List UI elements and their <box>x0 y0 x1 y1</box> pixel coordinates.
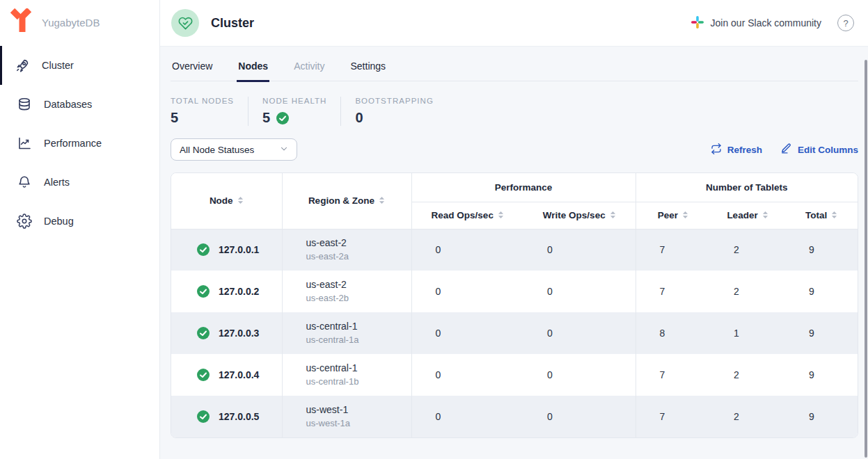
column-header-write-ops[interactable]: Write Ops/sec <box>523 202 636 229</box>
read-ops-value: 0 <box>411 354 523 396</box>
column-header-node[interactable]: Node <box>171 173 282 229</box>
total-tablets-value: 9 <box>785 271 858 312</box>
column-header-peer[interactable]: Peer <box>636 202 710 229</box>
node-region: us-east-2 <box>306 237 411 250</box>
table-row[interactable]: 127.0.0.2 us-east-2us-east-2b 0 0 7 2 9 <box>171 271 858 312</box>
table-controls: All Node Statuses Refresh <box>171 138 858 161</box>
table-row[interactable]: 127.0.0.4 us-central-1us-central-1b 0 0 … <box>171 354 858 396</box>
stat-label: TOTAL NODES <box>171 97 234 105</box>
question-mark-icon: ? <box>843 18 848 29</box>
cluster-health-avatar <box>171 9 199 37</box>
sort-icon <box>237 196 244 207</box>
peer-tablets-value: 7 <box>636 271 710 312</box>
node-zone: us-east-2b <box>306 293 411 304</box>
sidebar-nav: Cluster Databases Performance <box>0 46 159 241</box>
sort-icon <box>379 196 385 207</box>
tab-overview[interactable]: Overview <box>171 60 214 81</box>
write-ops-value: 0 <box>523 354 636 396</box>
node-zone: us-east-2a <box>306 251 411 262</box>
column-header-total[interactable]: Total <box>785 202 858 229</box>
sidebar-item-alerts[interactable]: Alerts <box>0 163 159 202</box>
topbar: Cluster Join our Slack community ? <box>160 0 868 47</box>
node-healthy-icon <box>197 243 210 256</box>
node-zone: us-west-1a <box>306 418 411 429</box>
database-icon <box>17 97 32 112</box>
stat-node-health: NODE HEALTH 5 <box>262 97 341 126</box>
read-ops-value: 0 <box>411 312 523 354</box>
sidebar-item-label: Databases <box>44 99 92 110</box>
table-row[interactable]: 127.0.0.1 us-east-2us-east-2a 0 0 7 2 9 <box>171 229 858 271</box>
sort-icon <box>682 211 688 221</box>
help-button[interactable]: ? <box>837 15 854 31</box>
write-ops-value: 0 <box>523 396 636 437</box>
tab-settings[interactable]: Settings <box>349 60 388 81</box>
total-tablets-value: 9 <box>785 354 858 396</box>
node-healthy-icon <box>197 369 210 381</box>
node-region: us-west-1 <box>306 404 411 417</box>
refresh-label: Refresh <box>727 145 762 155</box>
sidebar-item-debug[interactable]: Debug <box>0 202 159 241</box>
node-healthy-icon <box>197 327 210 339</box>
stat-label: NODE HEALTH <box>262 97 326 105</box>
node-region: us-central-1 <box>306 362 411 375</box>
stat-total-nodes: TOTAL NODES 5 <box>171 97 248 126</box>
tab-bar: Overview Nodes Activity Settings <box>171 60 858 81</box>
stat-label: BOOTSTRAPPING <box>355 97 434 105</box>
stat-value: 5 <box>262 110 270 126</box>
sidebar-item-label: Alerts <box>44 177 70 188</box>
leader-tablets-value: 1 <box>710 312 785 354</box>
chart-icon <box>17 136 32 151</box>
vertical-scrollbar[interactable] <box>865 60 867 458</box>
sidebar-item-cluster[interactable]: Cluster <box>0 46 159 85</box>
column-header-region-zone[interactable]: Region & Zone <box>282 173 411 229</box>
sidebar-item-databases[interactable]: Databases <box>0 85 159 124</box>
refresh-button[interactable]: Refresh <box>711 143 762 156</box>
join-slack-link[interactable]: Join our Slack community <box>691 16 821 31</box>
leader-tablets-value: 2 <box>710 354 785 396</box>
read-ops-value: 0 <box>411 271 523 312</box>
node-address: 127.0.0.4 <box>219 369 259 380</box>
page-title: Cluster <box>211 16 254 31</box>
slack-link-label: Join our Slack community <box>710 17 821 29</box>
node-status-filter-select[interactable]: All Node Statuses <box>171 138 297 161</box>
sidebar-item-performance[interactable]: Performance <box>0 124 159 163</box>
stat-value: 5 <box>171 110 234 126</box>
edit-columns-button[interactable]: Edit Columns <box>780 143 858 156</box>
total-tablets-value: 9 <box>785 312 858 354</box>
node-zone: us-central-1b <box>306 376 411 387</box>
peer-tablets-value: 7 <box>636 229 710 271</box>
tab-nodes[interactable]: Nodes <box>237 60 269 81</box>
write-ops-value: 0 <box>523 229 636 271</box>
stat-value: 0 <box>355 110 434 126</box>
write-ops-value: 0 <box>523 271 636 312</box>
sort-icon <box>498 211 504 221</box>
node-address: 127.0.0.3 <box>219 328 259 339</box>
read-ops-value: 0 <box>411 229 523 271</box>
node-status-filter-value: All Node Statuses <box>180 145 254 155</box>
pencil-icon <box>780 143 792 156</box>
node-healthy-icon <box>197 410 210 423</box>
node-address: 127.0.0.5 <box>219 411 259 422</box>
node-healthy-icon <box>197 285 210 298</box>
table-row[interactable]: 127.0.0.3 us-central-1us-central-1a 0 0 … <box>171 312 858 354</box>
stat-bootstrapping: BOOTSTRAPPING 0 <box>355 97 448 126</box>
leader-tablets-value: 2 <box>710 271 785 312</box>
column-header-read-ops[interactable]: Read Ops/sec <box>411 202 523 229</box>
column-header-leader[interactable]: Leader <box>710 202 785 229</box>
sidebar-item-label: Debug <box>44 216 74 227</box>
sidebar: YugabyteDB Cluster <box>0 0 160 459</box>
peer-tablets-value: 7 <box>636 354 710 396</box>
healthy-check-icon <box>276 112 289 124</box>
node-region: us-east-2 <box>306 279 411 291</box>
read-ops-value: 0 <box>411 396 523 437</box>
slack-icon <box>691 16 704 31</box>
edit-columns-label: Edit Columns <box>798 145 858 155</box>
peer-tablets-value: 7 <box>636 396 710 437</box>
total-tablets-value: 9 <box>785 396 858 437</box>
sort-icon <box>762 211 768 221</box>
sidebar-item-label: Cluster <box>42 60 74 71</box>
tab-activity[interactable]: Activity <box>292 60 326 81</box>
content: Overview Nodes Activity Settings TOTAL N… <box>160 47 868 459</box>
table-row[interactable]: 127.0.0.5 us-west-1us-west-1a 0 0 7 2 9 <box>171 396 858 437</box>
group-header-performance: Performance <box>411 173 636 202</box>
